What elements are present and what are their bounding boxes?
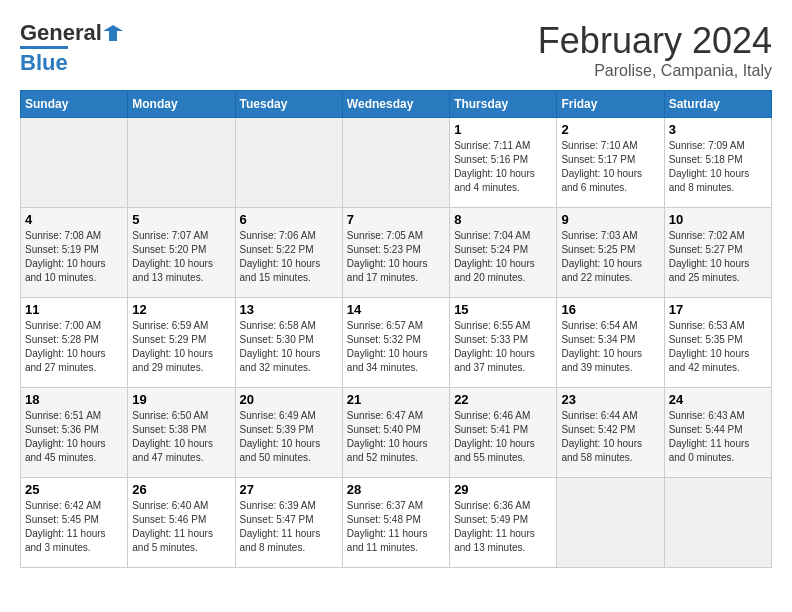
- table-row: [664, 478, 771, 568]
- table-row: 5Sunrise: 7:07 AMSunset: 5:20 PMDaylight…: [128, 208, 235, 298]
- day-number: 13: [240, 302, 338, 317]
- day-info: Sunrise: 7:07 AMSunset: 5:20 PMDaylight:…: [132, 229, 230, 285]
- calendar-week-row: 4Sunrise: 7:08 AMSunset: 5:19 PMDaylight…: [21, 208, 772, 298]
- day-info: Sunrise: 7:06 AMSunset: 5:22 PMDaylight:…: [240, 229, 338, 285]
- day-info: Sunrise: 7:10 AMSunset: 5:17 PMDaylight:…: [561, 139, 659, 195]
- table-row: [342, 118, 449, 208]
- svg-marker-0: [103, 25, 123, 41]
- calendar-week-row: 1Sunrise: 7:11 AMSunset: 5:16 PMDaylight…: [21, 118, 772, 208]
- header: General Blue February 2024 Parolise, Cam…: [20, 20, 772, 80]
- day-number: 4: [25, 212, 123, 227]
- day-number: 2: [561, 122, 659, 137]
- col-sunday: Sunday: [21, 91, 128, 118]
- day-number: 20: [240, 392, 338, 407]
- table-row: 11Sunrise: 7:00 AMSunset: 5:28 PMDayligh…: [21, 298, 128, 388]
- title-area: February 2024 Parolise, Campania, Italy: [538, 20, 772, 80]
- logo: General Blue: [20, 20, 124, 76]
- table-row: 16Sunrise: 6:54 AMSunset: 5:34 PMDayligh…: [557, 298, 664, 388]
- table-row: 24Sunrise: 6:43 AMSunset: 5:44 PMDayligh…: [664, 388, 771, 478]
- col-saturday: Saturday: [664, 91, 771, 118]
- table-row: 4Sunrise: 7:08 AMSunset: 5:19 PMDaylight…: [21, 208, 128, 298]
- table-row: 13Sunrise: 6:58 AMSunset: 5:30 PMDayligh…: [235, 298, 342, 388]
- day-info: Sunrise: 6:58 AMSunset: 5:30 PMDaylight:…: [240, 319, 338, 375]
- table-row: 1Sunrise: 7:11 AMSunset: 5:16 PMDaylight…: [450, 118, 557, 208]
- day-number: 10: [669, 212, 767, 227]
- table-row: [557, 478, 664, 568]
- day-info: Sunrise: 6:42 AMSunset: 5:45 PMDaylight:…: [25, 499, 123, 555]
- day-number: 22: [454, 392, 552, 407]
- day-number: 12: [132, 302, 230, 317]
- day-number: 3: [669, 122, 767, 137]
- col-thursday: Thursday: [450, 91, 557, 118]
- table-row: 8Sunrise: 7:04 AMSunset: 5:24 PMDaylight…: [450, 208, 557, 298]
- day-number: 25: [25, 482, 123, 497]
- day-info: Sunrise: 6:51 AMSunset: 5:36 PMDaylight:…: [25, 409, 123, 465]
- day-info: Sunrise: 6:39 AMSunset: 5:47 PMDaylight:…: [240, 499, 338, 555]
- logo-general: General: [20, 20, 102, 46]
- day-info: Sunrise: 6:40 AMSunset: 5:46 PMDaylight:…: [132, 499, 230, 555]
- day-number: 5: [132, 212, 230, 227]
- day-number: 14: [347, 302, 445, 317]
- table-row: [235, 118, 342, 208]
- table-row: 15Sunrise: 6:55 AMSunset: 5:33 PMDayligh…: [450, 298, 557, 388]
- col-wednesday: Wednesday: [342, 91, 449, 118]
- table-row: 3Sunrise: 7:09 AMSunset: 5:18 PMDaylight…: [664, 118, 771, 208]
- day-info: Sunrise: 7:04 AMSunset: 5:24 PMDaylight:…: [454, 229, 552, 285]
- table-row: 22Sunrise: 6:46 AMSunset: 5:41 PMDayligh…: [450, 388, 557, 478]
- day-info: Sunrise: 6:43 AMSunset: 5:44 PMDaylight:…: [669, 409, 767, 465]
- day-number: 6: [240, 212, 338, 227]
- table-row: 28Sunrise: 6:37 AMSunset: 5:48 PMDayligh…: [342, 478, 449, 568]
- day-number: 19: [132, 392, 230, 407]
- day-number: 26: [132, 482, 230, 497]
- table-row: 14Sunrise: 6:57 AMSunset: 5:32 PMDayligh…: [342, 298, 449, 388]
- table-row: [21, 118, 128, 208]
- day-number: 17: [669, 302, 767, 317]
- day-number: 8: [454, 212, 552, 227]
- day-number: 28: [347, 482, 445, 497]
- table-row: 21Sunrise: 6:47 AMSunset: 5:40 PMDayligh…: [342, 388, 449, 478]
- day-number: 23: [561, 392, 659, 407]
- table-row: [128, 118, 235, 208]
- calendar-header-row: Sunday Monday Tuesday Wednesday Thursday…: [21, 91, 772, 118]
- day-info: Sunrise: 6:36 AMSunset: 5:49 PMDaylight:…: [454, 499, 552, 555]
- day-info: Sunrise: 7:00 AMSunset: 5:28 PMDaylight:…: [25, 319, 123, 375]
- table-row: 6Sunrise: 7:06 AMSunset: 5:22 PMDaylight…: [235, 208, 342, 298]
- day-info: Sunrise: 6:47 AMSunset: 5:40 PMDaylight:…: [347, 409, 445, 465]
- day-number: 18: [25, 392, 123, 407]
- table-row: 25Sunrise: 6:42 AMSunset: 5:45 PMDayligh…: [21, 478, 128, 568]
- table-row: 29Sunrise: 6:36 AMSunset: 5:49 PMDayligh…: [450, 478, 557, 568]
- day-info: Sunrise: 6:59 AMSunset: 5:29 PMDaylight:…: [132, 319, 230, 375]
- day-number: 27: [240, 482, 338, 497]
- col-monday: Monday: [128, 91, 235, 118]
- day-info: Sunrise: 7:09 AMSunset: 5:18 PMDaylight:…: [669, 139, 767, 195]
- table-row: 9Sunrise: 7:03 AMSunset: 5:25 PMDaylight…: [557, 208, 664, 298]
- location-title: Parolise, Campania, Italy: [538, 62, 772, 80]
- day-number: 1: [454, 122, 552, 137]
- calendar-week-row: 11Sunrise: 7:00 AMSunset: 5:28 PMDayligh…: [21, 298, 772, 388]
- day-info: Sunrise: 7:11 AMSunset: 5:16 PMDaylight:…: [454, 139, 552, 195]
- day-info: Sunrise: 6:49 AMSunset: 5:39 PMDaylight:…: [240, 409, 338, 465]
- day-number: 7: [347, 212, 445, 227]
- day-number: 24: [669, 392, 767, 407]
- day-info: Sunrise: 6:50 AMSunset: 5:38 PMDaylight:…: [132, 409, 230, 465]
- day-number: 9: [561, 212, 659, 227]
- table-row: 23Sunrise: 6:44 AMSunset: 5:42 PMDayligh…: [557, 388, 664, 478]
- day-info: Sunrise: 7:02 AMSunset: 5:27 PMDaylight:…: [669, 229, 767, 285]
- calendar-week-row: 25Sunrise: 6:42 AMSunset: 5:45 PMDayligh…: [21, 478, 772, 568]
- table-row: 19Sunrise: 6:50 AMSunset: 5:38 PMDayligh…: [128, 388, 235, 478]
- col-friday: Friday: [557, 91, 664, 118]
- col-tuesday: Tuesday: [235, 91, 342, 118]
- day-info: Sunrise: 6:44 AMSunset: 5:42 PMDaylight:…: [561, 409, 659, 465]
- day-info: Sunrise: 7:03 AMSunset: 5:25 PMDaylight:…: [561, 229, 659, 285]
- day-number: 16: [561, 302, 659, 317]
- logo-blue: Blue: [20, 46, 68, 76]
- day-info: Sunrise: 6:46 AMSunset: 5:41 PMDaylight:…: [454, 409, 552, 465]
- day-number: 29: [454, 482, 552, 497]
- day-number: 15: [454, 302, 552, 317]
- logo-bird-icon: [103, 23, 123, 43]
- table-row: 20Sunrise: 6:49 AMSunset: 5:39 PMDayligh…: [235, 388, 342, 478]
- month-title: February 2024: [538, 20, 772, 62]
- calendar-week-row: 18Sunrise: 6:51 AMSunset: 5:36 PMDayligh…: [21, 388, 772, 478]
- table-row: 17Sunrise: 6:53 AMSunset: 5:35 PMDayligh…: [664, 298, 771, 388]
- table-row: 7Sunrise: 7:05 AMSunset: 5:23 PMDaylight…: [342, 208, 449, 298]
